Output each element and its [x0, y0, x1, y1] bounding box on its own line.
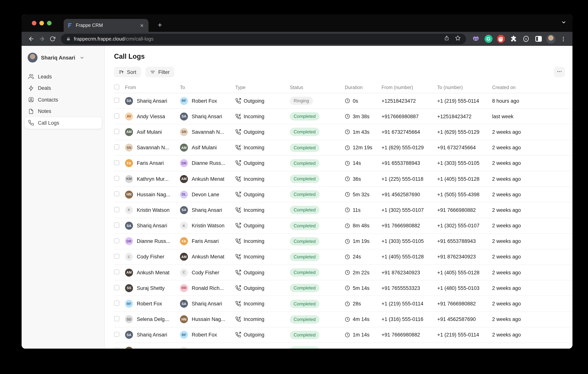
table-row[interactable]: KKristin WatsonSAShariq AnsariIncomingCo… [114, 203, 572, 218]
status-badge: Completed [290, 222, 319, 230]
duration-value: 1m 14s [353, 332, 370, 338]
tab-close-icon[interactable] [139, 22, 145, 28]
close-window-button[interactable] [32, 21, 36, 25]
table-row[interactable]: SSSuraj ShettyRRRonald Rich...OutgoingCo… [114, 281, 572, 296]
sidebar-item-contacts[interactable]: Contacts [25, 94, 102, 106]
table-row[interactable]: SAShariq AnsariRFRobert FoxOutgoingCompl… [114, 327, 572, 343]
status-badge: Completed [290, 253, 319, 261]
column-header: From [125, 85, 180, 90]
row-checkbox[interactable] [114, 223, 119, 228]
sidebar-item-leads[interactable]: Leads [25, 71, 102, 82]
row-checkbox[interactable] [114, 238, 119, 243]
row-checkbox[interactable] [114, 332, 119, 337]
table-row[interactable]: SAShariq AnsariKKristin WatsonOutgoingCo… [114, 218, 572, 234]
avatar: AM [180, 253, 188, 261]
select-all-checkbox[interactable] [114, 85, 119, 90]
table-row[interactable]: DRDianne Russ...FAFaris AnsariIncomingCo… [114, 234, 572, 249]
row-checkbox[interactable] [114, 285, 119, 290]
reload-icon[interactable] [47, 34, 57, 44]
column-header: Status [290, 85, 345, 90]
call-type-label: Incoming [244, 254, 264, 260]
clock-icon [345, 270, 350, 275]
side-panel-icon[interactable] [534, 34, 543, 43]
table-row[interactable]: HNHussain Nag...DLDevon LaneOutgoingComp… [114, 187, 572, 202]
avatar: AM [180, 144, 188, 151]
table-row[interactable]: AVAndy ViessaSAShariq AnsariIncomingComp… [114, 109, 572, 124]
extensions-puzzle-icon[interactable] [509, 34, 518, 43]
phone-outgoing-icon [235, 270, 241, 275]
person-name: Asif Mulani [192, 145, 217, 150]
table-row[interactable]: SAShariq AnsariRFRobert FoxOutgoingRingi… [114, 93, 572, 109]
status-badge: Completed [290, 268, 319, 277]
clock-icon [345, 114, 350, 119]
table-row[interactable]: AMAsif MulaniSNSavannah N...OutgoingComp… [114, 125, 572, 140]
person-name: Savannah N... [192, 129, 224, 135]
duration-value: 2m 22s [353, 270, 370, 275]
row-checkbox[interactable] [114, 176, 119, 181]
person-name: Faris Ansari [137, 160, 164, 166]
bookmark-star-icon[interactable] [455, 35, 461, 43]
share-icon[interactable] [444, 35, 449, 43]
table-row[interactable]: Completed [114, 343, 572, 349]
row-checkbox[interactable] [114, 113, 119, 118]
profile-avatar[interactable] [546, 34, 556, 43]
created-on: 2 weeks ago [492, 254, 572, 260]
person-name: Shariq Ansari [192, 114, 222, 119]
table-row[interactable]: KMKathryn Mur...AMAnkush MenatIncomingCo… [114, 171, 572, 187]
table-row[interactable]: SDSelena Delg...HNHussain Nag...Incoming… [114, 312, 572, 327]
table-row[interactable]: FAFaris AnsariDRDianne Russ...OutgoingCo… [114, 156, 572, 171]
person-name: Shariq Ansari [192, 301, 222, 307]
more-options-button[interactable] [554, 67, 565, 77]
phone-incoming-icon [235, 301, 241, 307]
browser-tab[interactable]: Frappe CRM [64, 19, 148, 32]
table-row[interactable]: AMAnkush MenatCCody FisherOutgoingComple… [114, 265, 572, 280]
user-menu[interactable]: Shariq Ansari [25, 51, 102, 64]
clock-icon [345, 223, 350, 228]
sort-button[interactable]: Sort [114, 67, 141, 77]
minimize-window-button[interactable] [39, 21, 44, 25]
person-name: Shariq Ansari [192, 207, 222, 213]
person-name: Robert Fox [137, 301, 162, 307]
row-checkbox[interactable] [114, 98, 119, 103]
avatar: AM [125, 268, 133, 277]
browser-menu-icon[interactable] [559, 34, 568, 43]
call-type-label: Incoming [244, 114, 264, 119]
row-checkbox[interactable] [114, 191, 119, 196]
to-number: +1 (505) 555-4398 [437, 192, 492, 197]
from-number: +1 (219) 555-0114 [381, 301, 437, 307]
call-type-label: Incoming [244, 145, 264, 150]
sidebar-item-deals[interactable]: Deals [25, 82, 102, 94]
from-number: +91 7666980882 [381, 223, 437, 228]
row-checkbox[interactable] [114, 160, 119, 165]
github-extension-icon[interactable] [471, 34, 480, 43]
clock-icon [345, 161, 350, 166]
filter-button[interactable]: Filter [146, 67, 174, 77]
grammarly-extension-icon[interactable]: G [484, 34, 493, 43]
table-row[interactable]: SNSavannah N...AMAsif MulaniIncomingComp… [114, 140, 572, 156]
table-row[interactable]: CCody FisherAMAnkush MenatIncomingComple… [114, 249, 572, 265]
row-checkbox[interactable] [114, 347, 119, 349]
energy-saver-icon[interactable] [521, 34, 530, 43]
avatar: SN [180, 128, 188, 136]
sidebar-item-call-logs[interactable]: Call Logs [25, 117, 102, 129]
zoom-window-button[interactable] [47, 21, 52, 25]
row-checkbox[interactable] [114, 129, 119, 134]
row-checkbox[interactable] [114, 316, 119, 321]
row-checkbox[interactable] [114, 269, 119, 275]
row-checkbox[interactable] [114, 207, 119, 212]
row-checkbox[interactable] [114, 301, 119, 306]
tab-search-chevron-icon[interactable] [561, 20, 567, 25]
call-type-label: Outgoing [244, 192, 264, 197]
avatar: HN [180, 315, 188, 323]
forward-icon[interactable] [37, 34, 47, 44]
sidebar-item-notes[interactable]: Notes [25, 106, 102, 117]
avatar: RF [125, 300, 133, 308]
row-checkbox[interactable] [114, 145, 119, 150]
avatar: FA [125, 159, 133, 167]
back-icon[interactable] [26, 34, 36, 44]
new-tab-button[interactable] [155, 20, 165, 30]
adblock-extension-icon[interactable] [496, 34, 505, 43]
table-row[interactable]: RFRobert FoxSAShariq AnsariIncomingCompl… [114, 296, 572, 312]
url-bar[interactable]: frappecrm.frappe.cloud/crm/call-logs [61, 33, 466, 44]
row-checkbox[interactable] [114, 254, 119, 259]
